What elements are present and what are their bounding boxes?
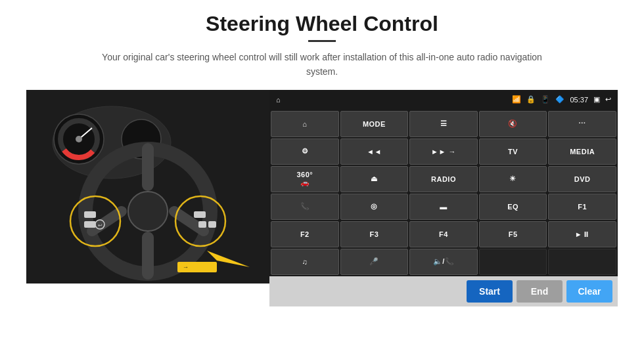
btn-f1[interactable]: F1 [548,194,616,220]
btn-media[interactable]: MEDIA [548,138,616,165]
start-button[interactable]: Start [467,280,513,303]
btn-globe[interactable]: ◎ [340,194,409,220]
status-right: 📶 🔒 📱 🔷 05:37 ▣ ↩ [512,95,611,104]
btn-eject[interactable]: ⏏ [340,166,409,192]
steering-wheel-image: ↩ → [26,90,269,284]
status-left: ⌂ [276,96,281,104]
sim-icon: 📱 [541,95,550,104]
btn-f5[interactable]: F5 [479,221,547,247]
btn-settings[interactable]: ⚙ [271,138,339,165]
btn-f2[interactable]: F2 [271,221,339,247]
btn-home[interactable]: ⌂ [271,111,339,137]
back-icon: ↩ [605,95,611,104]
btn-f4[interactable]: F4 [409,221,478,247]
btn-phone[interactable]: 📞 [271,194,339,220]
btn-tv[interactable]: TV [479,138,547,165]
content-row: ↩ → ⌂ 📶 🔒 [26,90,618,306]
btn-eq[interactable]: EQ [479,194,547,220]
screen-icon: ▣ [593,95,600,104]
svg-rect-21 [198,221,206,228]
svg-rect-20 [194,211,206,218]
svg-text:→: → [183,264,189,270]
btn-next[interactable]: ►► → [409,138,478,165]
btn-dvd[interactable]: DVD [548,166,616,192]
btn-brightness[interactable]: ☀ [479,166,547,192]
lock-icon: 🔒 [526,95,536,104]
action-bar: Start End Clear [269,276,618,306]
btn-music[interactable]: ♫ [271,249,339,275]
btn-mic[interactable]: 🎤 [340,249,409,275]
btn-playpause[interactable]: ►⏸ [548,221,616,247]
svg-rect-22 [208,221,216,228]
btn-mute[interactable]: 🔇 [479,111,547,137]
svg-rect-17 [84,221,96,228]
end-button[interactable]: End [517,280,563,303]
svg-text:↩: ↩ [98,222,103,228]
control-panel: ⌂ 📶 🔒 📱 🔷 05:37 ▣ ↩ ⌂ MODE ☰ 🔇 [269,90,618,306]
btn-prev[interactable]: ◄◄ [340,138,409,165]
clear-button[interactable]: Clear [566,280,612,303]
btn-vol-phone[interactable]: 🔈/📞 [409,249,478,275]
btn-empty2 [548,249,616,275]
btn-apps[interactable]: ⋯ [548,111,616,137]
btn-360[interactable]: 360°🚗 [271,166,339,192]
wifi-icon: 📶 [512,95,521,104]
bt-icon: 🔷 [555,95,564,104]
page-subtitle: Your original car's steering wheel contr… [99,50,545,79]
button-grid: ⌂ MODE ☰ 🔇 ⋯ ⚙ ◄◄ ►► → TV MEDIA 360°🚗 ⏏ … [269,110,618,276]
status-bar: ⌂ 📶 🔒 📱 🔷 05:37 ▣ ↩ [269,90,618,110]
btn-mode[interactable]: MODE [340,111,409,137]
svg-point-7 [76,136,82,142]
svg-point-13 [128,192,168,231]
page-container: Steering Wheel Control Your original car… [0,0,644,357]
btn-empty1 [479,249,547,275]
title-divider [308,40,336,42]
btn-list[interactable]: ☰ [409,111,478,137]
btn-rect[interactable]: ▬ [409,194,478,220]
svg-rect-16 [84,211,96,218]
btn-radio[interactable]: RADIO [409,166,478,192]
time-display: 05:37 [570,96,588,104]
page-title: Steering Wheel Control [206,12,438,36]
home-status-icon: ⌂ [276,96,281,104]
btn-f3[interactable]: F3 [340,221,409,247]
